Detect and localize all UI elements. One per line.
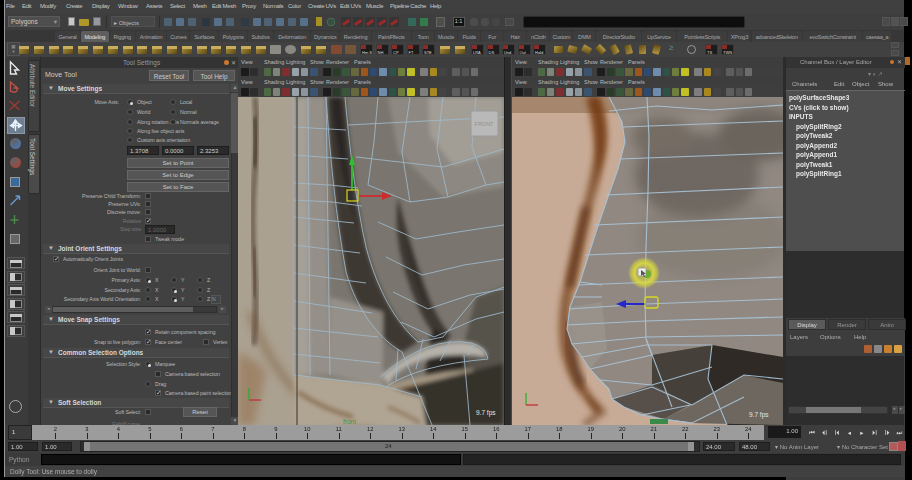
svg-text:front: front xyxy=(343,418,356,425)
svg-text:9.7 fps: 9.7 fps xyxy=(749,411,769,419)
svg-text:FRONT: FRONT xyxy=(475,121,495,127)
svg-text:9.7 fps: 9.7 fps xyxy=(476,409,496,417)
